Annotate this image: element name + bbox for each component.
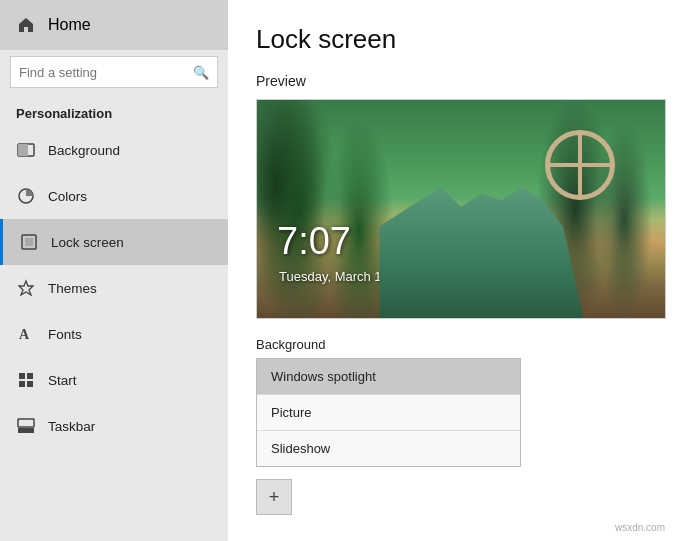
svg-rect-12 (18, 419, 34, 427)
lockscreen-icon (19, 232, 39, 252)
svg-rect-10 (27, 381, 33, 387)
svg-rect-9 (19, 381, 25, 387)
sidebar-item-colors-label: Colors (48, 189, 87, 204)
sidebar: Home 🔍 Personalization Background Colors (0, 0, 228, 541)
home-icon (16, 15, 36, 35)
add-button[interactable]: + (256, 479, 292, 515)
sidebar-item-background[interactable]: Background (0, 127, 228, 173)
preview-date: Tuesday, March 19 (279, 269, 389, 284)
dropdown-option-slideshow[interactable]: Slideshow (257, 431, 520, 466)
themes-icon (16, 278, 36, 298)
svg-rect-8 (27, 373, 33, 379)
colors-icon (16, 186, 36, 206)
dropdown-option-spotlight[interactable]: Windows spotlight (257, 359, 520, 394)
background-icon (16, 140, 36, 160)
svg-rect-11 (18, 428, 34, 433)
fonts-icon: A (16, 324, 36, 344)
page-title: Lock screen (256, 24, 647, 55)
sidebar-item-taskbar-label: Taskbar (48, 419, 95, 434)
search-input[interactable] (19, 65, 193, 80)
sidebar-item-fonts[interactable]: A Fonts (0, 311, 228, 357)
sidebar-item-taskbar[interactable]: Taskbar (0, 403, 228, 449)
start-icon (16, 370, 36, 390)
search-box[interactable]: 🔍 (10, 56, 218, 88)
search-icon: 🔍 (193, 65, 209, 80)
mill-wheel (545, 130, 615, 200)
section-title: Personalization (0, 98, 228, 127)
sidebar-item-background-label: Background (48, 143, 120, 158)
watermark: wsxdn.com (615, 522, 665, 533)
svg-text:A: A (19, 327, 30, 342)
home-label: Home (48, 16, 91, 34)
sidebar-item-colors[interactable]: Colors (0, 173, 228, 219)
preview-time: 7:07 (277, 220, 351, 263)
sidebar-item-themes[interactable]: Themes (0, 265, 228, 311)
sidebar-item-lockscreen[interactable]: Lock screen (0, 219, 228, 265)
preview-image: 7:07 Tuesday, March 19 (256, 99, 666, 319)
svg-rect-7 (19, 373, 25, 379)
svg-rect-1 (18, 144, 28, 156)
sidebar-item-start[interactable]: Start (0, 357, 228, 403)
taskbar-icon (16, 416, 36, 436)
background-section-label: Background (256, 337, 647, 352)
dropdown-option-picture[interactable]: Picture (257, 395, 520, 430)
sidebar-home-button[interactable]: Home (0, 0, 228, 50)
background-dropdown[interactable]: Windows spotlight Picture Slideshow (256, 358, 521, 467)
svg-marker-5 (19, 281, 33, 295)
main-content: Lock screen Preview 7:07 Tuesday, March … (228, 0, 675, 541)
preview-label: Preview (256, 73, 647, 89)
svg-rect-4 (25, 238, 33, 246)
sidebar-item-lockscreen-label: Lock screen (51, 235, 124, 250)
sidebar-item-fonts-label: Fonts (48, 327, 82, 342)
sidebar-item-start-label: Start (48, 373, 77, 388)
sidebar-item-themes-label: Themes (48, 281, 97, 296)
